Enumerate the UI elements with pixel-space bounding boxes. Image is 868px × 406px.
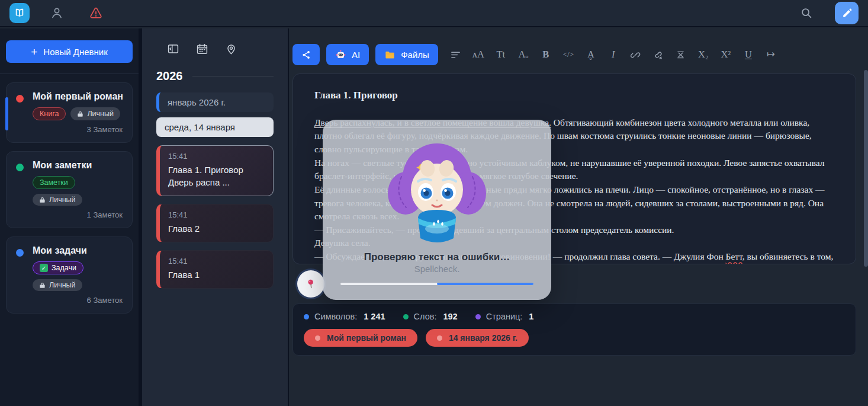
- files-button[interactable]: Файлы: [375, 44, 438, 65]
- chapter-heading: Глава 1. Приговор: [314, 88, 834, 103]
- chars-value: 1 241: [364, 312, 385, 321]
- calendar-icon[interactable]: [196, 43, 208, 55]
- subscript-icon[interactable]: X₂: [695, 46, 712, 63]
- warning-triangle-icon: [89, 6, 103, 20]
- pushpin-icon: [305, 278, 317, 290]
- words-value: 192: [443, 312, 457, 321]
- checkbox-icon: ✓: [40, 264, 48, 272]
- chars-counter: Символов: 1 241: [304, 312, 385, 321]
- diary-title: Мои задачи: [33, 245, 124, 256]
- search-button[interactable]: [795, 3, 818, 23]
- ai-button[interactable]: AI: [326, 44, 369, 65]
- timeline-view-switcher: [156, 43, 274, 55]
- diaries-sidebar: + Новый Дневник Мой первый роман Книга Л…: [0, 28, 142, 406]
- plus-icon: +: [31, 46, 37, 57]
- chars-dot-icon: [304, 314, 309, 319]
- bold-icon[interactable]: B: [537, 46, 555, 63]
- timeline-panel: 2026 январь 2026 г. среда, 14 января 15:…: [142, 28, 289, 406]
- code-icon[interactable]: </>: [560, 46, 577, 63]
- new-diary-label: Новый Дневник: [43, 47, 107, 57]
- person-icon: [50, 6, 64, 20]
- date-tag-pill[interactable]: 14 января 2026 г.: [426, 329, 529, 347]
- link-icon[interactable]: [627, 46, 645, 63]
- format-icons: ᴀA Tt Aₒ B </> Ḁ I X₂: [447, 46, 780, 63]
- clear-formatting-icon[interactable]: [672, 46, 690, 63]
- pages-value: 1: [529, 312, 533, 321]
- search-icon: [800, 7, 813, 20]
- open-book-icon: [14, 7, 25, 19]
- diary-color-dot: [16, 164, 24, 171]
- share-icon: [301, 50, 311, 60]
- notes-count: 1 Заметок: [33, 209, 124, 222]
- app-logo-button[interactable]: [9, 3, 30, 23]
- tags-row: Мой первый роман 14 января 2026 г.: [304, 329, 845, 347]
- diary-badges: ✓ Задачи Личный: [33, 261, 124, 291]
- underline-icon[interactable]: U: [740, 46, 757, 63]
- diary-color-dot: [16, 249, 24, 257]
- diary-tag-pill[interactable]: Мой первый роман: [304, 329, 417, 347]
- spellcheck-progress-fill: [437, 283, 533, 285]
- diary-app: + Новый Дневник Мой первый роман Книга Л…: [0, 0, 868, 406]
- words-label: Слов:: [414, 312, 437, 321]
- notes-count: 6 Заметок: [33, 295, 124, 307]
- tab-indent-icon[interactable]: ↦: [762, 46, 780, 63]
- spellcheck-subtitle: Spellcheck.: [414, 264, 460, 274]
- note-item-chapter2[interactable]: 15:41 Глава 2: [156, 204, 274, 242]
- pages-dot-icon: [475, 314, 481, 319]
- tag-dot-icon: [315, 335, 320, 341]
- ai-label: AI: [352, 50, 360, 60]
- diary-card-novel[interactable]: Мой первый роман Книга Личный 3 Заметок: [6, 82, 133, 143]
- tag-dot-icon: [437, 335, 442, 341]
- font-size-icon[interactable]: ᴀA: [470, 46, 487, 63]
- month-item[interactable]: январь 2026 г.: [156, 92, 274, 112]
- words-dot-icon: [403, 314, 409, 319]
- assistant-avatar: [378, 135, 496, 251]
- superscript-icon[interactable]: X²: [717, 46, 735, 63]
- sidebar-divider: [0, 73, 139, 74]
- map-pin-icon[interactable]: [225, 43, 237, 55]
- misspelled-word: Бетт: [726, 251, 742, 261]
- words-counter: Слов: 192: [403, 312, 458, 321]
- robot-icon: [335, 49, 346, 60]
- type-badge: Заметки: [33, 176, 75, 189]
- profile-button[interactable]: [45, 3, 69, 23]
- day-item[interactable]: среда, 14 января: [156, 117, 274, 137]
- diary-badges: Заметки Личный: [33, 176, 124, 206]
- font-color-icon[interactable]: Ḁ: [582, 46, 600, 63]
- diary-badges: Книга Личный: [33, 107, 124, 120]
- note-time: 15:41: [168, 257, 265, 266]
- italic-icon[interactable]: I: [605, 46, 622, 63]
- align-left-icon[interactable]: [447, 46, 465, 63]
- status-bar: Символов: 1 241 Слов: 192 Страниц: 1: [292, 303, 856, 356]
- type-badge: Книга: [33, 107, 66, 120]
- private-badge: Личный: [33, 279, 82, 291]
- share-button[interactable]: [292, 44, 320, 65]
- diary-card-notes[interactable]: Мои заметки Заметки Личный 1 Заметок: [6, 151, 133, 228]
- unlink-icon[interactable]: [650, 46, 667, 63]
- text-style-icon[interactable]: Tt: [492, 46, 510, 63]
- top-bar: [0, 0, 868, 27]
- diary-card-tasks[interactable]: Мои задачи ✓ Задачи Личный 6 Заметок: [6, 236, 133, 314]
- type-badge: ✓ Задачи: [33, 261, 83, 274]
- pin-note-button[interactable]: [297, 270, 324, 298]
- pages-counter: Страниц: 1: [475, 312, 534, 321]
- private-badge: Личный: [70, 107, 120, 120]
- note-item-chapter1[interactable]: 15:41 Глава 1: [156, 250, 274, 289]
- chars-label: Символов:: [314, 312, 357, 321]
- lock-icon: [39, 197, 46, 203]
- note-preview: Дверь распа ...: [168, 177, 230, 187]
- counters-row: Символов: 1 241 Слов: 192 Страниц: 1: [304, 312, 845, 321]
- compose-button[interactable]: [835, 2, 859, 24]
- year-heading: 2026: [156, 69, 274, 83]
- files-label: Файлы: [401, 50, 429, 60]
- editor-scrollbar-thumb[interactable]: [864, 70, 868, 267]
- collapse-panel-icon[interactable]: [167, 43, 179, 55]
- note-title: Глава 1. Приговор Дверь распа ...: [168, 164, 265, 188]
- editor-toolbar: AI Файлы ᴀA Tt Aₒ B </> Ḁ I: [292, 28, 856, 73]
- note-time: 15:41: [168, 152, 265, 161]
- new-diary-button[interactable]: + Новый Дневник: [6, 40, 133, 63]
- note-item-chapter1-verdict[interactable]: 15:41 Глава 1. Приговор Дверь распа ...: [156, 145, 274, 196]
- alerts-button[interactable]: [84, 3, 108, 23]
- lowercase-icon[interactable]: Aₒ: [515, 46, 532, 63]
- spellcheck-overlay: Проверяю текст на ошибки… Spellcheck.: [323, 120, 551, 300]
